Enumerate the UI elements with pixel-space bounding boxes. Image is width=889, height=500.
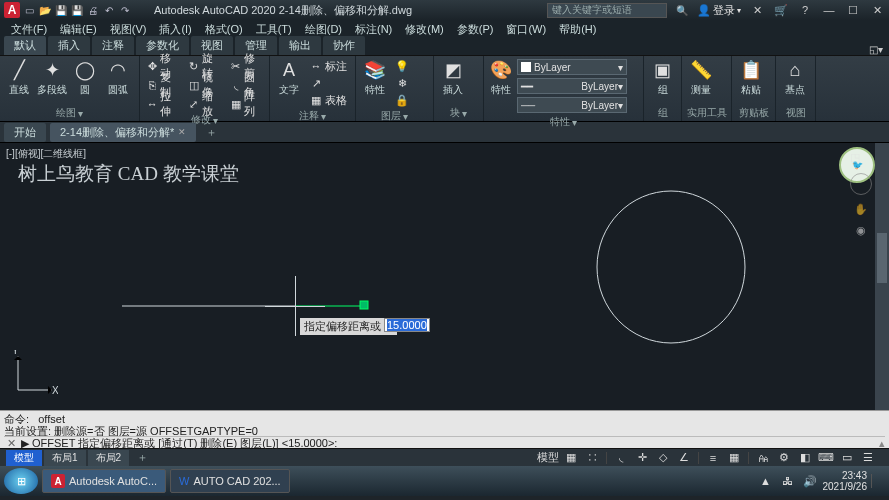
polyline-button[interactable]: ✦多段线	[37, 58, 67, 97]
cleanscreen-icon[interactable]: ▭	[838, 451, 856, 465]
isodraft-icon[interactable]: ◧	[796, 451, 814, 465]
annoscale-icon[interactable]: 🗛	[754, 451, 772, 465]
nav-bar[interactable]: ✋ ◉	[849, 173, 873, 237]
array-button[interactable]: ▦阵列	[227, 96, 265, 112]
ribbon-min-icon[interactable]: ◱▾	[869, 44, 883, 55]
cart-icon[interactable]: 🛒	[773, 3, 789, 17]
ucs-icon[interactable]: YX	[12, 350, 58, 396]
menu-edit[interactable]: 编辑(E)	[55, 22, 102, 37]
grid-icon[interactable]: ▦	[562, 451, 580, 465]
close-tab-icon[interactable]: ✕	[178, 127, 186, 137]
layer-freeze-button[interactable]: ❄	[393, 75, 411, 91]
workspace-icon[interactable]: ⚙	[775, 451, 793, 465]
ribbon-tab-default[interactable]: 默认	[4, 36, 46, 55]
menu-insert[interactable]: 插入(I)	[154, 22, 196, 37]
basepoint-button[interactable]: ⌂基点	[780, 58, 810, 97]
tray-volume-icon[interactable]: 🔊	[801, 474, 819, 488]
group-button[interactable]: ▣组	[648, 58, 677, 97]
ortho-icon[interactable]: ◟	[612, 451, 630, 465]
tray-icon[interactable]: ▲	[757, 474, 775, 488]
ribbon-tab-output[interactable]: 输出	[279, 36, 321, 55]
maximize-button[interactable]: ☐	[845, 3, 861, 17]
stretch-button[interactable]: ↔拉伸	[144, 96, 182, 112]
menu-view[interactable]: 视图(V)	[105, 22, 152, 37]
cmd-close-icon[interactable]: ✕	[4, 437, 18, 450]
polar-icon[interactable]: ✛	[633, 451, 651, 465]
chevron-down-icon[interactable]: ▾	[462, 108, 467, 119]
taskbar-app-autocad[interactable]: AAutodesk AutoC...	[42, 469, 166, 493]
circle-button[interactable]: ◯圆	[70, 58, 100, 97]
menu-help[interactable]: 帮助(H)	[554, 22, 601, 37]
help-icon[interactable]: ?	[797, 3, 813, 17]
customize-icon[interactable]: ☰	[859, 451, 877, 465]
help-search-input[interactable]: 键入关键字或短语	[547, 3, 667, 18]
ribbon-tab-collab[interactable]: 协作	[323, 36, 365, 55]
scale-button[interactable]: ⤢缩放	[186, 96, 224, 112]
clock[interactable]: 23:43 2021/9/26	[823, 470, 868, 492]
tray-network-icon[interactable]: 🖧	[779, 474, 797, 488]
status-mode[interactable]: 模型	[537, 451, 559, 465]
color-combo[interactable]: ByLayer▾	[517, 59, 627, 75]
file-tab-doc[interactable]: 2-14删除、偏移和分解*✕	[50, 123, 196, 142]
taskbar-app-word[interactable]: WAUTO CAD 202...	[170, 469, 290, 493]
measure-button[interactable]: 📏测量	[686, 58, 716, 97]
menu-dim[interactable]: 标注(N)	[350, 22, 397, 37]
layer-props-button[interactable]: 📚特性	[360, 58, 390, 97]
props-button[interactable]: 🎨特性	[488, 58, 514, 97]
chevron-down-icon[interactable]: ▾	[572, 117, 577, 128]
text-button[interactable]: A文字	[274, 58, 304, 97]
layout-tab-model[interactable]: 模型	[6, 450, 42, 466]
menu-param[interactable]: 参数(P)	[452, 22, 499, 37]
lwdisplay-icon[interactable]: ≡	[704, 451, 722, 465]
orbit-icon[interactable]: ◉	[856, 224, 866, 237]
start-button[interactable]: ⊞	[4, 468, 38, 494]
qat-open-icon[interactable]: 📂	[38, 3, 52, 17]
leader-button[interactable]: ↗	[307, 75, 349, 91]
qat-plot-icon[interactable]: 🖨	[86, 3, 100, 17]
insert-block-button[interactable]: ◩插入	[438, 58, 468, 97]
chevron-down-icon[interactable]: ▾	[78, 108, 83, 119]
layer-lock-button[interactable]: 🔒	[393, 92, 411, 108]
pan-icon[interactable]: ✋	[854, 203, 868, 216]
vertical-scrollbar[interactable]	[875, 143, 889, 410]
line-button[interactable]: ╱直线	[4, 58, 34, 97]
qat-saveas-icon[interactable]: 💾	[70, 3, 84, 17]
arc-button[interactable]: ◠圆弧	[103, 58, 133, 97]
layout-tab-2[interactable]: 布局2	[88, 450, 130, 466]
layer-iso-button[interactable]: 💡	[393, 58, 411, 74]
hardware-icon[interactable]: ⌨	[817, 451, 835, 465]
qat-new-icon[interactable]: ▭	[22, 3, 36, 17]
qat-save-icon[interactable]: 💾	[54, 3, 68, 17]
file-tab-start[interactable]: 开始	[4, 123, 46, 142]
viewport[interactable]: [-][俯视][二维线框] 树上鸟教育 CAD 教学课堂 🐦 指定偏移距离或◧ …	[0, 142, 889, 410]
dim-button[interactable]: ↔标注	[307, 58, 349, 74]
viewcube[interactable]: ◳	[841, 147, 869, 167]
login-button[interactable]: 👤登录▾	[697, 3, 741, 18]
chevron-down-icon[interactable]: ▾	[403, 111, 408, 122]
command-window[interactable]: 命令: _offset 当前设置: 删除源=否 图层=源 OFFSETGAPTY…	[0, 410, 889, 448]
dynamic-input[interactable]: 15.0000	[384, 318, 430, 332]
menu-draw[interactable]: 绘图(D)	[300, 22, 347, 37]
minimize-button[interactable]: —	[821, 3, 837, 17]
layout-tab-1[interactable]: 布局1	[44, 450, 86, 466]
nav-wheel-icon[interactable]	[850, 173, 872, 195]
linetype-combo[interactable]: ──ByLayer▾	[517, 97, 627, 113]
otrack-icon[interactable]: ∠	[675, 451, 693, 465]
table-button[interactable]: ▦表格	[307, 92, 349, 108]
menu-window[interactable]: 窗口(W)	[501, 22, 551, 37]
ribbon-tab-annotate[interactable]: 注释	[92, 36, 134, 55]
lineweight-combo[interactable]: ━━ByLayer▾	[517, 78, 627, 94]
search-icon[interactable]: 🔍	[675, 3, 689, 17]
close-button[interactable]: ✕	[869, 3, 885, 17]
cmd-expand-icon[interactable]: ▴	[879, 437, 885, 450]
menu-format[interactable]: 格式(O)	[200, 22, 248, 37]
exchange-icon[interactable]: ✕	[749, 3, 765, 17]
menu-tools[interactable]: 工具(T)	[251, 22, 297, 37]
qat-undo-icon[interactable]: ↶	[102, 3, 116, 17]
qat-redo-icon[interactable]: ↷	[118, 3, 132, 17]
chevron-down-icon[interactable]: ▾	[321, 111, 326, 122]
transparency-icon[interactable]: ▦	[725, 451, 743, 465]
menu-modify[interactable]: 修改(M)	[400, 22, 449, 37]
app-logo[interactable]: A	[4, 2, 20, 18]
snap-icon[interactable]: ⸬	[583, 451, 601, 465]
